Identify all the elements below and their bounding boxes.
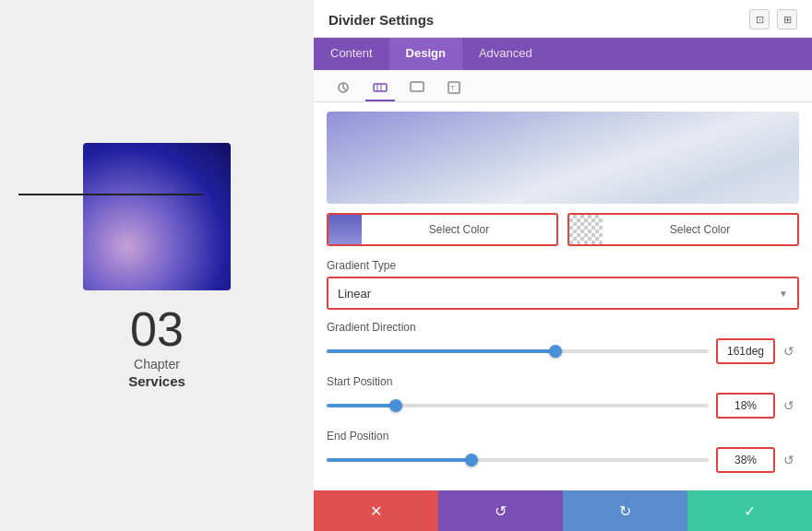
tabs-bar: Content Design Advanced bbox=[314, 38, 812, 70]
tab-advanced[interactable]: Advanced bbox=[462, 38, 549, 70]
chapter-title: Services bbox=[128, 373, 185, 389]
svg-text:T: T bbox=[450, 84, 455, 92]
end-position-input-wrap: ↺ bbox=[716, 447, 799, 473]
tab-design[interactable]: Design bbox=[389, 38, 462, 70]
end-position-fill bbox=[327, 458, 472, 462]
confirm-button[interactable]: ✓ bbox=[687, 490, 812, 531]
color-selectors-row: Select Color Select Color bbox=[327, 213, 799, 246]
gradient-direction-fill bbox=[327, 349, 555, 353]
sub-tab-color[interactable] bbox=[402, 76, 432, 101]
gradient-direction-track[interactable] bbox=[327, 349, 709, 353]
svg-rect-1 bbox=[374, 84, 387, 91]
divider-line bbox=[18, 194, 203, 195]
right-panel: Divider Settings ⊡ ⊞ Content Design Adva… bbox=[314, 0, 812, 531]
gradient-type-label: Gradient Type bbox=[327, 259, 799, 272]
expand-icon[interactable]: ⊡ bbox=[749, 9, 770, 30]
start-position-row: ↺ bbox=[327, 393, 799, 419]
end-position-label: End Position bbox=[327, 430, 799, 442]
footer: ✕ ↺ ↻ ✓ bbox=[314, 490, 812, 531]
sub-tabs-bar: T bbox=[314, 70, 812, 102]
panel-header: Divider Settings ⊡ ⊞ bbox=[314, 0, 812, 38]
start-position-thumb[interactable] bbox=[389, 399, 402, 412]
sub-tab-typography[interactable]: T bbox=[439, 76, 469, 101]
start-position-input[interactable] bbox=[716, 393, 775, 419]
tab-content[interactable]: Content bbox=[314, 38, 389, 70]
color-selector-2-label: Select Color bbox=[603, 223, 797, 236]
svg-rect-4 bbox=[411, 82, 424, 91]
end-position-input[interactable] bbox=[716, 447, 775, 473]
start-position-section: Start Position ↺ bbox=[314, 370, 812, 424]
gradient-type-select-wrapper: Linear Radial ▼ bbox=[327, 277, 799, 310]
redo-button[interactable]: ↻ bbox=[563, 490, 687, 531]
reset-button[interactable]: ↺ bbox=[438, 490, 563, 531]
gradient-type-select[interactable]: Linear Radial bbox=[328, 278, 797, 308]
gradient-preview-image bbox=[83, 143, 231, 290]
gradient-direction-row: ↺ bbox=[327, 338, 799, 364]
content-area[interactable]: Select Color Select Color Gradient Type … bbox=[314, 102, 812, 490]
start-position-fill bbox=[327, 404, 396, 407]
end-position-row: ↺ bbox=[327, 447, 799, 473]
start-position-reset[interactable]: ↺ bbox=[779, 395, 799, 416]
sub-tab-responsive[interactable] bbox=[328, 76, 358, 101]
color-selector-1[interactable]: Select Color bbox=[327, 213, 558, 246]
gradient-type-section: Gradient Type Linear Radial ▼ bbox=[314, 254, 812, 315]
gradient-direction-thumb[interactable] bbox=[549, 345, 562, 358]
chapter-label: Chapter bbox=[134, 357, 180, 372]
gradient-direction-label: Gradient Direction bbox=[327, 321, 799, 334]
start-position-track[interactable] bbox=[327, 404, 709, 407]
start-position-label: Start Position bbox=[327, 375, 799, 388]
gradient-direction-reset[interactable]: ↺ bbox=[779, 341, 799, 361]
end-position-section: End Position ↺ bbox=[314, 424, 812, 478]
end-position-reset[interactable]: ↺ bbox=[779, 450, 799, 470]
sub-tab-gradient[interactable] bbox=[365, 76, 395, 101]
color-selector-2[interactable]: Select Color bbox=[567, 213, 799, 246]
gradient-preview bbox=[327, 112, 799, 204]
gradient-direction-input-wrap: ↺ bbox=[716, 338, 799, 364]
end-position-track[interactable] bbox=[327, 458, 709, 462]
cancel-button[interactable]: ✕ bbox=[314, 490, 438, 531]
gradient-direction-input[interactable] bbox=[716, 338, 775, 364]
left-panel: 03 Chapter Services bbox=[0, 0, 314, 531]
layout-icon[interactable]: ⊞ bbox=[777, 9, 797, 30]
start-position-input-wrap: ↺ bbox=[716, 393, 799, 419]
gradient-direction-section: Gradient Direction ↺ bbox=[314, 315, 812, 370]
color-swatch-1 bbox=[328, 215, 362, 244]
header-icons: ⊡ ⊞ bbox=[749, 9, 797, 37]
chapter-number: 03 bbox=[130, 305, 184, 353]
color-swatch-2 bbox=[569, 215, 603, 244]
end-position-thumb[interactable] bbox=[465, 454, 478, 466]
color-selector-1-label: Select Color bbox=[362, 223, 556, 236]
panel-title: Divider Settings bbox=[328, 12, 434, 35]
